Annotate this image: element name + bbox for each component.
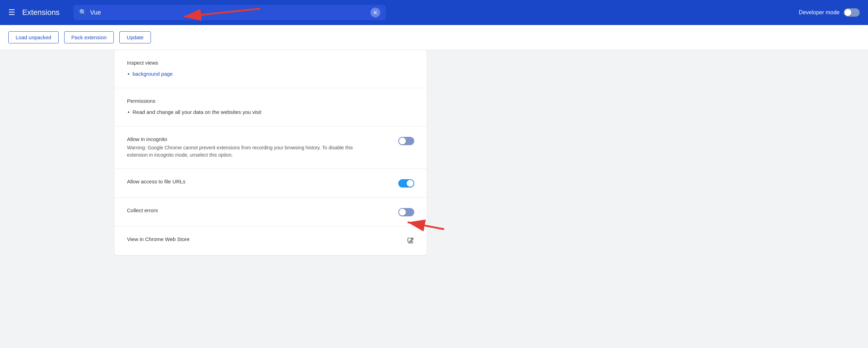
allow-incognito-desc: Warning: Google Chrome cannot prevent ex… bbox=[127, 144, 363, 159]
search-icon: 🔍 bbox=[79, 9, 87, 16]
allow-incognito-text: Allow in incognito Warning: Google Chrom… bbox=[127, 136, 390, 159]
background-page-item: background page bbox=[127, 70, 414, 78]
header: ☰ Extensions 🔍 ✕ Developer mode bbox=[0, 0, 868, 25]
toggle-knob-incognito bbox=[399, 138, 406, 144]
menu-icon[interactable]: ☰ bbox=[8, 8, 15, 17]
collect-errors-text: Collect errors bbox=[127, 207, 390, 215]
view-in-store-section: View in Chrome Web Store bbox=[114, 226, 427, 255]
main-content: Inspect views background page Permission… bbox=[0, 50, 868, 348]
load-unpacked-button[interactable]: Load unpacked bbox=[8, 31, 59, 43]
collect-errors-toggle-wrapper bbox=[398, 208, 414, 216]
allow-file-urls-toggle-wrapper bbox=[398, 179, 414, 188]
developer-mode-section: Developer mode bbox=[799, 8, 860, 17]
permissions-item: Read and change all your data on the web… bbox=[127, 108, 414, 116]
collect-errors-section: Collect errors bbox=[114, 198, 427, 226]
view-in-store-link-wrapper bbox=[407, 237, 414, 246]
inspect-views-section: Inspect views background page bbox=[114, 50, 427, 88]
toggle-knob-file-urls bbox=[407, 180, 414, 187]
inspect-views-title: Inspect views bbox=[127, 60, 414, 66]
allow-incognito-toggle[interactable] bbox=[398, 137, 414, 145]
search-input[interactable] bbox=[90, 9, 367, 16]
allow-file-urls-text: Allow access to file URLs bbox=[127, 179, 390, 187]
permissions-section: Permissions Read and change all your dat… bbox=[114, 88, 427, 126]
search-clear-button[interactable]: ✕ bbox=[371, 8, 380, 17]
permissions-title: Permissions bbox=[127, 98, 414, 104]
allow-incognito-title: Allow in incognito bbox=[127, 136, 390, 142]
external-link-icon[interactable] bbox=[407, 237, 414, 245]
update-button[interactable]: Update bbox=[119, 31, 151, 43]
collect-errors-toggle[interactable] bbox=[398, 208, 414, 216]
toggle-knob bbox=[844, 9, 851, 16]
allow-file-urls-title: Allow access to file URLs bbox=[127, 179, 390, 184]
toolbar: Load unpacked Pack extension Update bbox=[0, 25, 868, 50]
allow-file-urls-toggle[interactable] bbox=[398, 179, 414, 188]
developer-mode-label: Developer mode bbox=[799, 9, 840, 16]
extension-card: Inspect views background page Permission… bbox=[114, 50, 427, 255]
allow-incognito-toggle-wrapper bbox=[398, 137, 414, 145]
pack-extension-button[interactable]: Pack extension bbox=[64, 31, 114, 43]
view-in-store-title: View in Chrome Web Store bbox=[127, 236, 398, 242]
search-bar: 🔍 ✕ bbox=[74, 5, 386, 20]
toggle-knob-collect-errors bbox=[399, 209, 406, 216]
background-page-link[interactable]: background page bbox=[133, 71, 173, 77]
developer-mode-toggle[interactable] bbox=[844, 8, 860, 17]
allow-incognito-section: Allow in incognito Warning: Google Chrom… bbox=[114, 126, 427, 169]
page-title: Extensions bbox=[22, 8, 60, 17]
collect-errors-title: Collect errors bbox=[127, 207, 390, 213]
allow-file-urls-section: Allow access to file URLs bbox=[114, 169, 427, 198]
view-in-store-text: View in Chrome Web Store bbox=[127, 236, 398, 244]
